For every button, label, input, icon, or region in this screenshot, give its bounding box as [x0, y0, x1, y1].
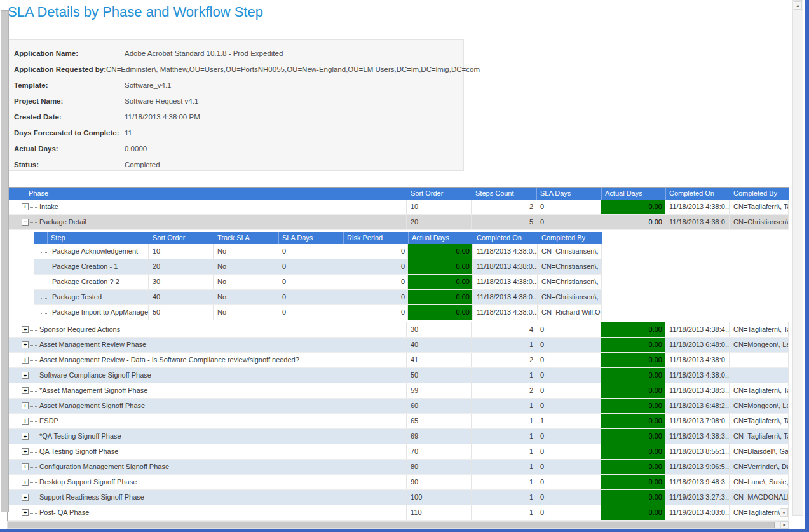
phase-row[interactable]: +Sponsor Required Actions 30 4 0 0.00 11…	[8, 322, 789, 338]
sort-order-cell: 10	[407, 200, 472, 214]
step-row[interactable]: Package Creation - 1 20 No 0 0 0.00 11/1…	[34, 259, 602, 275]
sort-order-cell: 41	[407, 353, 472, 367]
sort-order-cell: 59	[407, 383, 472, 398]
expand-toggle-icon[interactable]: +	[22, 479, 29, 486]
expand-toggle-icon[interactable]: +	[22, 357, 29, 364]
expand-toggle-icon[interactable]: +	[22, 418, 29, 425]
expand-toggle-icon[interactable]: +	[22, 326, 29, 333]
sort-order-cell: 30	[407, 322, 472, 337]
completed-by-cell: CN=Tagliaferri\, Ta..	[730, 383, 789, 398]
step-sla-days-cell: 0	[278, 259, 343, 274]
sla-days-cell: 0	[536, 505, 601, 520]
horizontal-scrollbar[interactable]: ►	[7, 521, 788, 529]
steps-count-cell: 1	[472, 338, 536, 352]
steps-count-cell: 2	[472, 383, 536, 398]
steps-count-cell: 1	[472, 414, 536, 428]
phase-row[interactable]: −Package Detail 20 5 0 0.00 11/18/2013 4…	[8, 215, 789, 230]
expand-toggle-icon[interactable]: +	[22, 433, 29, 440]
scroll-right-button[interactable]: ►	[780, 521, 789, 529]
tree-dots-icon	[30, 329, 37, 331]
step-completed-by-cell: CN=Christiansen\, ...	[538, 275, 602, 289]
info-row: Status: Completed	[8, 157, 463, 173]
step-row[interactable]: Package Creation ? 2 30 No 0 0 0.00 11/1…	[34, 275, 602, 290]
phase-row[interactable]: +QA Testing Signoff Phase 70 1 0 0.00 11…	[8, 444, 789, 460]
info-row: Application Name: Adobe Acrobat Standard…	[8, 46, 463, 62]
scroll-up-button[interactable]: ▲	[794, 1, 802, 10]
phase-label: Asset Management Review - Data - Is Soft…	[39, 353, 299, 367]
step-grid: Step Sort Order Track SLA SLA Days Risk …	[34, 232, 602, 320]
completed-on-cell: 11/18/2013 4:38:3...	[665, 383, 730, 398]
info-value: 0.0000	[125, 141, 147, 157]
phase-row[interactable]: +*Asset Management Signoff Phase 59 2 0 …	[8, 383, 789, 399]
info-value: 11/18/2013 4:38:00 PM	[125, 109, 200, 125]
phase-row[interactable]: +Asset Management Review Phase 40 1 0 0.…	[8, 338, 789, 353]
tree-dots-icon	[30, 451, 37, 453]
phase-row[interactable]: +Configuration Management Signoff Phase …	[8, 460, 789, 475]
phase-cell: +*Asset Management Signoff Phase	[8, 383, 407, 398]
expand-toggle-icon[interactable]: −	[22, 219, 29, 226]
completed-on-cell: 11/18/2013 4:38:3...	[665, 429, 730, 444]
completed-on-cell: 11/18/2013 9:48:3...	[665, 475, 730, 489]
step-row[interactable]: Package Tested 40 No 0 0 0.00 11/18/2013…	[34, 290, 602, 305]
phase-row[interactable]: +*QA Testing Signoff Phase 69 1 0 0.00 1…	[8, 429, 789, 444]
completed-on-cell: 11/18/2013 6:48:2...	[665, 399, 730, 413]
actual-days-cell: 0.00	[601, 490, 665, 505]
info-value: CN=Edminster\, Matthew,OU=Users,OU=Ports…	[106, 62, 480, 78]
expand-toggle-icon[interactable]: +	[22, 203, 29, 210]
step-completed-on-cell: 11/18/2013 4:38:0...	[473, 305, 538, 320]
expand-toggle-icon[interactable]: +	[22, 372, 29, 379]
risk-period-cell: 0	[343, 244, 408, 259]
actual-days-cell: 0.00	[601, 399, 665, 413]
info-label: Template:	[14, 78, 125, 93]
tree-dots-icon	[30, 360, 37, 361]
expand-toggle-icon[interactable]: +	[22, 341, 29, 348]
sla-days-cell: 0	[536, 444, 601, 459]
expand-toggle-icon[interactable]: +	[22, 494, 29, 501]
sla-days-cell: 0	[536, 368, 601, 383]
sla-days-cell: 0	[536, 338, 601, 352]
phase-row[interactable]: +Asset Management Review - Data - Is Sof…	[8, 353, 789, 368]
step-actual-days-cell: 0.00	[408, 244, 473, 259]
actual-days-cell: 0.00	[601, 215, 665, 229]
expand-toggle-icon[interactable]: +	[22, 509, 29, 516]
window-border-bottom	[0, 529, 805, 532]
expand-toggle-icon[interactable]: +	[22, 463, 29, 470]
actual-days-cell: 0.00	[601, 414, 665, 428]
sort-order-cell: 80	[407, 460, 472, 474]
tree-dots-icon	[30, 482, 37, 483]
phase-row[interactable]: +Desktop Support Signoff Phase 90 1 0 0.…	[8, 475, 789, 490]
window-border-right	[805, 0, 809, 532]
phase-row[interactable]: +Post- QA Phase 110 1 0 0.00 11/19/2013 …	[8, 505, 789, 521]
page-scrollbar-thumb[interactable]	[1, 10, 9, 512]
phase-row[interactable]: +Asset Management Signoff Phase 60 1 0 0…	[8, 399, 789, 414]
phase-row[interactable]: +Support Readiness Signoff Phase 100 1 0…	[8, 490, 789, 505]
actual-days-cell: 0.00	[601, 383, 665, 398]
completed-by-cell: CN=Christiansen\, ..	[730, 215, 789, 229]
step-row[interactable]: Package Import to AppManager 50 No 0 0 0…	[34, 305, 602, 320]
tree-connector-icon	[41, 259, 48, 268]
expand-toggle-icon[interactable]: +	[22, 448, 29, 455]
step-row[interactable]: Package Acknowledgement 10 No 0 0 0.00 1…	[34, 244, 602, 259]
completed-on-cell: 11/19/2013 4:03:0...	[665, 505, 730, 520]
completed-on-cell: 11/18/2013 6:48:0...	[665, 338, 730, 352]
steps-count-cell: 1	[472, 475, 536, 489]
page-scrollbar[interactable]: ▲	[792, 0, 803, 516]
info-label: Created Date:	[14, 109, 125, 125]
phase-row[interactable]: +ESDP 65 1 1 0.00 11/18/2013 7:08:0... C…	[8, 414, 789, 429]
tree-connector-icon	[41, 305, 48, 314]
expand-toggle-icon[interactable]: +	[22, 387, 29, 394]
info-row: Application Requested by: CN=Edminster\,…	[8, 62, 463, 78]
sort-order-cell: 40	[407, 338, 472, 352]
phase-grid-header: Phase Sort Order Steps Count SLA Days Ac…	[8, 188, 789, 200]
phase-label: *Asset Management Signoff Phase	[39, 383, 147, 398]
step-cell: Package Creation - 1	[34, 259, 149, 274]
completed-by-cell: CN=Tagliaferri\, Ta..	[730, 200, 789, 214]
grid-scroll-down-button[interactable]: ▼	[780, 508, 788, 517]
phase-label: Sponsor Required Actions	[39, 322, 120, 337]
expand-toggle-icon[interactable]: +	[22, 402, 29, 409]
horizontal-scrollbar-thumb[interactable]	[8, 522, 775, 528]
phase-row[interactable]: +Intake 10 2 0 0.00 11/18/2013 4:38:0...…	[8, 200, 789, 215]
info-label: Application Name:	[14, 46, 125, 62]
step-cell: Package Creation ? 2	[34, 275, 149, 289]
phase-row[interactable]: +Software Compliance Signoff Phase 50 1 …	[8, 368, 789, 383]
